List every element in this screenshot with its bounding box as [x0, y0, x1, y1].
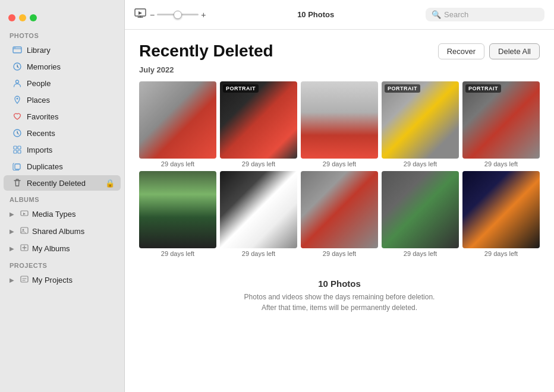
photo-thumbnail[interactable] [139, 171, 216, 248]
shared-albums-label: Shared Albums [32, 227, 84, 236]
svg-rect-9 [18, 150, 21, 153]
size-slider[interactable]: − + [150, 10, 206, 20]
sidebar-item-memories-label: Memories [27, 62, 115, 71]
photo-item[interactable]: 29 days left [220, 171, 297, 257]
svg-point-4 [17, 98, 18, 100]
sidebar-group-shared-albums[interactable]: ▶ Shared Albums [4, 223, 121, 239]
sidebar-item-places[interactable]: Places [4, 92, 121, 108]
photo-item[interactable]: 29 days left [462, 171, 540, 257]
footer-description: Photos and videos show the days remainin… [139, 292, 540, 313]
sidebar-item-recents[interactable]: Recents [4, 125, 121, 141]
photo-item[interactable]: 29 days left [139, 81, 216, 167]
lock-icon: 🔒 [105, 179, 115, 188]
sidebar-item-memories[interactable]: Memories [4, 59, 121, 74]
photo-days-label: 29 days left [404, 250, 437, 257]
maximize-button[interactable] [30, 14, 37, 21]
portrait-badge: PORTRAIT [465, 84, 501, 93]
svg-rect-10 [15, 164, 20, 169]
slider-thumb[interactable] [174, 11, 182, 19]
media-types-label: Media Types [32, 210, 75, 219]
search-box[interactable]: 🔍 [426, 8, 544, 21]
svg-rect-7 [18, 146, 21, 149]
footer-desc-line1: Photos and videos show the days remainin… [244, 293, 435, 301]
sidebar-item-imports[interactable]: Imports [4, 142, 121, 157]
photo-thumbnail[interactable] [220, 171, 297, 248]
library-icon [12, 45, 23, 55]
my-projects-icon [20, 274, 29, 286]
portrait-badge: PORTRAIT [223, 84, 259, 93]
search-input[interactable] [444, 10, 539, 19]
photo-item[interactable]: PORTRAIT 29 days left [220, 81, 297, 167]
photo-thumbnail[interactable] [462, 171, 540, 248]
minimize-button[interactable] [19, 14, 26, 21]
photo-item[interactable]: 29 days left [139, 171, 216, 257]
sidebar-group-my-projects[interactable]: ▶ My Projects [4, 272, 121, 288]
my-albums-label: My Albums [32, 244, 70, 253]
my-albums-icon [20, 243, 29, 254]
footer-desc-line2: After that time, items will be permanent… [262, 304, 417, 312]
svg-point-1 [14, 48, 15, 49]
footer-title: 10 Photos [139, 279, 540, 289]
photo-item[interactable]: PORTRAIT 29 days left [462, 81, 540, 167]
photo-thumbnail[interactable]: PORTRAIT [220, 81, 297, 159]
sidebar-item-people-label: People [27, 79, 115, 88]
photo-days-label: 29 days left [484, 250, 518, 257]
sidebar-item-favorites[interactable]: Favorites [4, 109, 121, 124]
photo-thumbnail[interactable] [301, 171, 378, 248]
albums-section-label: Albums [0, 191, 124, 206]
close-button[interactable] [8, 14, 15, 21]
trash-icon [12, 178, 23, 188]
photos-section-label: Photos [0, 27, 124, 42]
sidebar-item-duplicates[interactable]: Duplicates [4, 159, 121, 174]
sidebar-item-recently-deleted[interactable]: Recently Deleted 🔒 [4, 175, 121, 191]
my-projects-label: My Projects [32, 276, 73, 284]
sidebar-item-people[interactable]: People [4, 75, 121, 91]
photo-thumbnail[interactable] [301, 81, 378, 159]
photo-days-label: 29 days left [404, 160, 437, 167]
projects-section-label: Projects [0, 257, 124, 271]
chevron-right-icon: ▶ [10, 211, 17, 217]
delete-all-button[interactable]: Delete All [489, 43, 540, 59]
slideshow-icon[interactable] [134, 8, 146, 21]
photo-thumbnail[interactable]: PORTRAIT [462, 81, 540, 159]
places-icon [12, 94, 23, 105]
traffic-lights [0, 7, 124, 21]
photo-days-label: 29 days left [242, 250, 275, 257]
recover-button[interactable]: Recover [438, 43, 484, 59]
sidebar-item-places-label: Places [27, 96, 115, 105]
search-icon: 🔍 [432, 10, 441, 19]
photo-item[interactable]: PORTRAIT 29 days left [382, 81, 459, 167]
photo-thumbnail[interactable] [139, 81, 216, 159]
photo-item[interactable]: 29 days left [301, 171, 378, 257]
sidebar-group-media-types[interactable]: ▶ Media Types [4, 206, 121, 222]
sidebar-item-library[interactable]: Library [4, 42, 121, 58]
photo-grid: 29 days left PORTRAIT 29 days left 29 da… [139, 81, 540, 257]
page-title: Recently Deleted [139, 42, 438, 61]
chevron-right-icon-2: ▶ [10, 228, 17, 235]
sidebar-group-my-albums[interactable]: ▶ My Albums [4, 241, 121, 257]
action-buttons: Recover Delete All [438, 43, 540, 59]
memories-icon [12, 61, 23, 72]
photo-item[interactable]: 29 days left [301, 81, 378, 167]
photo-thumbnail[interactable]: PORTRAIT [382, 81, 459, 159]
photo-item[interactable]: 29 days left [382, 171, 459, 257]
svg-rect-0 [13, 47, 21, 53]
slider-track[interactable] [157, 14, 199, 15]
main-content: − + 10 Photos 🔍 Recently Deleted Recover… [125, 0, 554, 392]
chevron-right-icon-3: ▶ [10, 245, 17, 252]
slider-plus[interactable]: + [201, 10, 206, 20]
content-footer: 10 Photos Photos and videos show the day… [139, 267, 540, 319]
photo-thumbnail[interactable] [382, 171, 459, 248]
photo-days-label: 29 days left [323, 250, 356, 257]
favorites-icon [12, 111, 23, 122]
content-header: Recently Deleted Recover Delete All [139, 42, 540, 61]
chevron-right-icon-4: ▶ [10, 277, 17, 283]
imports-icon [12, 144, 23, 155]
sidebar: Photos Library Memories People Places Fa… [0, 0, 125, 392]
recents-icon [12, 128, 23, 138]
svg-point-3 [16, 80, 19, 83]
portrait-badge: PORTRAIT [385, 84, 420, 93]
people-icon [12, 78, 23, 88]
slider-minus[interactable]: − [150, 10, 155, 20]
photo-days-label: 29 days left [323, 160, 356, 167]
